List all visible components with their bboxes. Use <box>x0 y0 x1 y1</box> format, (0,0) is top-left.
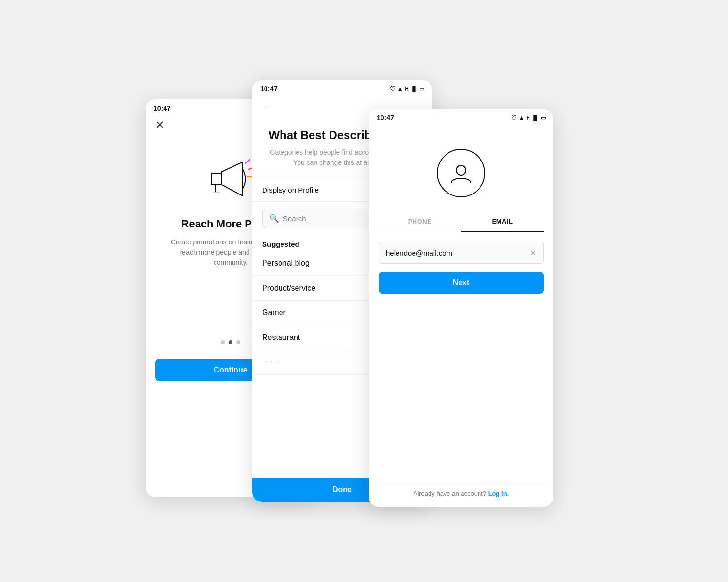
status-bar-2: 10:47 ♡ ▲ H ▐▌ ▭ <box>252 80 432 96</box>
email-input-row[interactable]: ✕ <box>379 242 544 264</box>
avatar <box>437 149 485 197</box>
dot-2 <box>229 340 232 344</box>
footer: Already have an account? Log in. <box>369 482 553 497</box>
email-field[interactable] <box>386 249 530 257</box>
svg-line-2 <box>245 160 250 163</box>
wifi-icon-2: ▲ <box>397 85 403 92</box>
time-3: 10:47 <box>377 114 394 122</box>
network-icon-3: ▐▌ <box>532 115 539 121</box>
svg-point-7 <box>456 165 466 175</box>
avatar-container[interactable] <box>369 125 553 212</box>
megaphone-icon <box>201 155 260 203</box>
clear-email-button[interactable]: ✕ <box>530 248 536 258</box>
screen-email-phone: 10:47 ♡ ▲ H ▐▌ ▭ PHONE EMAIL ✕ <box>369 109 553 507</box>
status-bar-3: 10:47 ♡ ▲ H ▐▌ ▭ <box>369 109 553 125</box>
next-button[interactable]: Next <box>379 272 544 294</box>
login-link[interactable]: Log in. <box>488 490 509 497</box>
dot-3 <box>236 340 240 344</box>
status-icons-3: ♡ ▲ H ▐▌ ▭ <box>511 114 546 122</box>
signal-icon-3: H <box>527 115 530 121</box>
battery-icon-2: ▭ <box>419 86 424 92</box>
network-icon-2: ▐▌ <box>411 86 417 92</box>
search-icon: 🔍 <box>269 214 279 223</box>
tab-email[interactable]: EMAIL <box>461 212 544 232</box>
dot-1 <box>221 340 225 344</box>
footer-text: Already have an account? <box>414 490 486 497</box>
status-icons-2: ♡ ▲ H ▐▌ ▭ <box>390 85 424 93</box>
close-button[interactable]: ✕ <box>155 119 164 131</box>
tabs-row: PHONE EMAIL <box>379 212 544 232</box>
heart-icon-3: ♡ <box>511 114 517 122</box>
svg-rect-0 <box>211 173 222 185</box>
display-on-profile-label: Display on Profile <box>262 186 319 194</box>
back-button[interactable]: ← <box>262 100 273 113</box>
battery-icon-3: ▭ <box>541 115 546 121</box>
heart-icon-2: ♡ <box>390 85 396 93</box>
svg-marker-1 <box>222 162 243 196</box>
time-2: 10:47 <box>260 85 278 93</box>
wifi-icon-3: ▲ <box>519 114 525 121</box>
time-1: 10:47 <box>153 104 171 112</box>
signal-icon-2: H <box>405 86 409 92</box>
tab-phone[interactable]: PHONE <box>379 212 461 232</box>
